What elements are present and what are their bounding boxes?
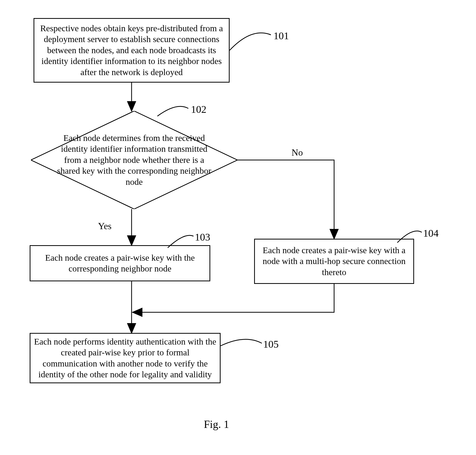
step-103-label: 103 bbox=[195, 231, 210, 243]
step-105-text: Each node performs identity authenticati… bbox=[34, 336, 217, 380]
no-label: No bbox=[292, 147, 303, 158]
step-102-label: 102 bbox=[191, 103, 206, 115]
step-101-box: Respective nodes obtain keys pre-distrib… bbox=[34, 18, 230, 83]
yes-label: Yes bbox=[98, 221, 111, 232]
step-103-text: Each node creates a pair-wise key with t… bbox=[34, 252, 206, 274]
step-104-text: Each node creates a pair-wise key with a… bbox=[258, 245, 410, 278]
step-101-label: 101 bbox=[273, 30, 289, 42]
step-104-label: 104 bbox=[423, 227, 439, 239]
step-105-box: Each node performs identity authenticati… bbox=[30, 333, 221, 383]
step-103-box: Each node creates a pair-wise key with t… bbox=[30, 245, 210, 281]
step-102-decision: Each node determines from the received i… bbox=[31, 111, 237, 209]
figure-caption: Fig. 1 bbox=[204, 418, 229, 430]
step-104-box: Each node creates a pair-wise key with a… bbox=[254, 239, 414, 284]
svg-marker-0 bbox=[31, 111, 237, 209]
step-105-label: 105 bbox=[263, 338, 279, 350]
step-101-text: Respective nodes obtain keys pre-distrib… bbox=[37, 23, 226, 78]
